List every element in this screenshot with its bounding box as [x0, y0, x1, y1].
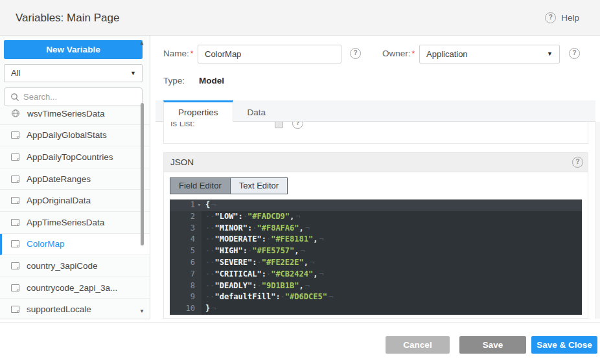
- new-variable-button[interactable]: New Variable: [4, 40, 143, 59]
- cancel-button[interactable]: Cancel: [386, 336, 450, 354]
- help-link[interactable]: Help: [545, 0, 579, 36]
- line-number: 10: [170, 303, 202, 315]
- is-list-checkbox[interactable]: [275, 122, 283, 128]
- line-number: 4: [170, 234, 202, 245]
- code-text: ··"HIGH":·"#FE5757",¬: [202, 245, 305, 257]
- owner-value: Application: [426, 49, 468, 59]
- save-button[interactable]: Save: [459, 336, 526, 354]
- editor-mode-toggle: Field Editor Text Editor: [170, 177, 288, 194]
- detail-tabbar: Properties Data: [156, 100, 595, 122]
- dialog-header: Variables: Main Page Help: [0, 0, 600, 36]
- list-item[interactable]: countrycode_2api_3a...: [0, 277, 150, 299]
- variables-sidebar: New Variable All ▼ wsvTimeSeriesDataAppD…: [0, 36, 150, 319]
- variable-name: wsvTimeSeriesData: [27, 109, 105, 119]
- code-line: 6··"SEVERE":·"#FE2E2E",¬: [170, 257, 582, 269]
- model-variable-icon: [11, 219, 19, 226]
- chevron-down-icon: ▼: [130, 65, 136, 82]
- line-number: 3: [170, 223, 202, 234]
- list-item[interactable]: ColorMap: [0, 234, 150, 256]
- name-help-icon[interactable]: [350, 48, 361, 59]
- code-text: ··"SEVERE":·"#FE2E2E",¬: [202, 257, 314, 269]
- list-item[interactable]: AppDailyGlobalStats: [0, 125, 150, 147]
- code-text: ··"CRITICAL":·"#CB2424",¬: [202, 269, 324, 280]
- list-item[interactable]: AppDailyTopCountries: [0, 146, 150, 168]
- owner-help-icon[interactable]: [569, 48, 580, 59]
- code-text: {¬: [202, 199, 216, 211]
- model-variable-icon: [11, 284, 19, 291]
- code-line: 3··"MINOR":·"#F8AFA6",¬: [170, 223, 582, 234]
- variable-detail-panel: Name:* Owner:* Application ▼ Type: Model…: [156, 36, 600, 322]
- code-line: 2··"LOW":·"#FADCD9",¬: [170, 211, 582, 223]
- variable-name: countrycode_2api_3a...: [27, 283, 117, 293]
- panel-scrollbar-track[interactable]: [595, 122, 600, 319]
- json-help-icon[interactable]: [572, 157, 583, 168]
- line-number: 2: [170, 211, 202, 223]
- code-line: 10}¬: [170, 303, 582, 315]
- variable-name: AppDailyGlobalStats: [27, 130, 107, 140]
- model-variable-icon: [11, 240, 19, 247]
- list-item[interactable]: AppTimeSeriesData: [0, 212, 150, 234]
- field-editor-button[interactable]: Field Editor: [170, 178, 231, 194]
- name-input[interactable]: [198, 45, 341, 63]
- list-item[interactable]: AppDateRanges: [0, 168, 150, 190]
- scroll-down-icon[interactable]: ▼: [139, 308, 144, 314]
- tab-properties[interactable]: Properties: [163, 100, 233, 122]
- code-line: 1▾{¬: [170, 199, 582, 211]
- sidebar-scrollbar: ▲ ▼: [138, 36, 146, 319]
- tab-data[interactable]: Data: [233, 100, 281, 122]
- line-number: 8: [170, 280, 202, 292]
- variable-name: AppOriginalData: [27, 196, 91, 205]
- line-number: 7: [170, 269, 202, 280]
- code-line: 9··"defaultFill":·"#D6DCE5"¬: [170, 291, 582, 303]
- variable-name: supportedLocale: [27, 304, 91, 314]
- variable-name: AppDateRanges: [27, 174, 91, 184]
- is-list-label: Is List:: [170, 122, 195, 128]
- search-input[interactable]: [23, 92, 142, 102]
- chevron-down-icon: ▼: [547, 45, 553, 63]
- text-editor-button[interactable]: Text Editor: [231, 178, 287, 194]
- variable-name: AppDailyTopCountries: [27, 152, 113, 162]
- line-number: 5: [170, 245, 202, 257]
- model-variable-icon: [11, 131, 19, 139]
- list-item[interactable]: country_3apiCode: [0, 255, 150, 277]
- code-lines: 1▾{¬2··"LOW":·"#FADCD9",¬3··"MINOR":·"#F…: [170, 199, 582, 315]
- scrollbar-thumb[interactable]: [141, 103, 144, 245]
- variable-filter-value: All: [11, 68, 20, 78]
- list-item[interactable]: AppOriginalData: [0, 190, 150, 212]
- variable-filter-select[interactable]: All ▼: [4, 64, 143, 82]
- code-line: 5··"HIGH":·"#FE5757",¬: [170, 245, 582, 257]
- required-asterisk: *: [190, 49, 194, 58]
- owner-select[interactable]: Application ▼: [419, 45, 560, 63]
- help-label: Help: [561, 13, 579, 23]
- variable-name: ColorMap: [27, 239, 65, 249]
- properties-scrolled-row: Is List:: [163, 122, 588, 144]
- model-variable-icon: [11, 262, 19, 269]
- code-text: }¬: [202, 303, 216, 315]
- list-item[interactable]: wsvTimeSeriesData: [0, 108, 150, 125]
- variables-dialog: Variables: Main Page Help New Variable A…: [0, 0, 600, 364]
- list-item[interactable]: supportedLocale: [0, 299, 150, 319]
- code-text: ··"MODERATE":·"#FE8181",¬: [202, 234, 324, 245]
- save-and-close-button[interactable]: Save & Close: [531, 336, 597, 354]
- line-number: 1▾: [170, 199, 202, 211]
- help-question-icon: [545, 12, 556, 23]
- line-number: 9: [170, 291, 202, 303]
- json-section-body: Field Editor Text Editor 1▾{¬2··"LOW":·"…: [164, 172, 588, 320]
- variable-list: wsvTimeSeriesDataAppDailyGlobalStatsAppD…: [0, 108, 150, 319]
- name-label: Name:*: [163, 49, 193, 58]
- json-code-editor[interactable]: 1▾{¬2··"LOW":·"#FADCD9",¬3··"MINOR":·"#F…: [170, 199, 582, 315]
- scroll-up-icon[interactable]: ▲: [139, 40, 144, 46]
- fold-arrow-icon[interactable]: ▾: [198, 199, 201, 211]
- variable-search: [4, 87, 143, 106]
- is-list-help-icon[interactable]: [292, 122, 303, 129]
- model-variable-icon: [11, 306, 19, 313]
- model-variable-icon: [11, 176, 19, 183]
- model-variable-icon: [11, 197, 19, 204]
- code-line: 8··"DEADLY":·"9D1B1B",¬: [170, 280, 582, 292]
- page-title: Variables: Main Page: [16, 0, 119, 36]
- model-variable-icon: [11, 154, 19, 161]
- required-asterisk: *: [412, 49, 415, 58]
- line-number: 6: [170, 257, 202, 269]
- json-section-header: JSON: [164, 153, 588, 172]
- variable-name: AppTimeSeriesData: [27, 218, 104, 227]
